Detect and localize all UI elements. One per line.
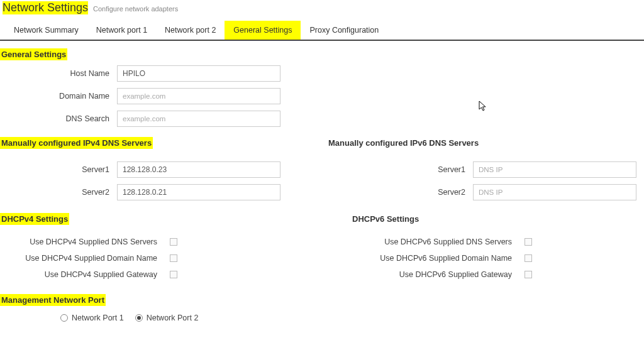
tab-network-port-2[interactable]: Network port 2 [156, 21, 225, 40]
ipv4-dns-server1-label: Server1 [0, 165, 117, 174]
dns-search-label: DNS Search [0, 114, 117, 123]
section-heading-dhcpv6: DHCPv6 Settings [351, 213, 420, 225]
ipv4-dns-server2-input[interactable] [117, 184, 280, 200]
ipv4-dns-server1-input[interactable] [117, 161, 280, 178]
dhcpv4-gateway-label: Use DHCPv4 Supplied Gateway [0, 270, 170, 279]
domain-name-label: Domain Name [0, 92, 117, 101]
tab-general-settings[interactable]: General Settings [225, 21, 301, 40]
mgmt-port-option-1[interactable]: Network Port 1 [60, 314, 124, 322]
section-heading-mgmt-port: Management Network Port [0, 294, 106, 306]
dhcpv6-domain-label: Use DHCPv6 Supplied Domain Name [322, 254, 525, 263]
page-subtitle: Configure network adapters [93, 5, 178, 13]
tab-bar: Network Summary Network port 1 Network p… [0, 21, 644, 41]
tab-network-summary[interactable]: Network Summary [5, 21, 87, 40]
dhcpv6-dns-checkbox[interactable] [525, 238, 532, 246]
tab-network-port-1[interactable]: Network port 1 [87, 21, 156, 40]
dhcpv4-domain-label: Use DHCPv4 Supplied Domain Name [0, 254, 170, 263]
ipv6-dns-server1-input[interactable] [473, 161, 636, 178]
mgmt-port-option-2[interactable]: Network Port 2 [135, 314, 199, 322]
domain-name-input[interactable] [117, 88, 280, 104]
dhcpv4-dns-checkbox[interactable] [170, 238, 177, 246]
dhcpv4-gateway-checkbox[interactable] [170, 271, 177, 278]
tab-proxy-configuration[interactable]: Proxy Configuration [301, 21, 387, 40]
ipv6-dns-server1-label: Server1 [322, 165, 473, 174]
section-heading-ipv4-dns: Manually configured IPv4 DNS Servers [0, 137, 153, 149]
radio-icon [60, 314, 68, 322]
host-name-label: Host Name [0, 69, 117, 78]
dhcpv6-gateway-label: Use DHCPv6 Supplied Gateway [322, 270, 525, 279]
dhcpv6-domain-checkbox[interactable] [525, 254, 532, 262]
ipv4-dns-server2-label: Server2 [0, 188, 117, 197]
dns-search-input[interactable] [117, 111, 280, 127]
host-name-input[interactable] [117, 65, 280, 82]
dhcpv6-dns-label: Use DHCPv6 Supplied DNS Servers [322, 237, 525, 246]
radio-checked-icon [135, 314, 143, 322]
section-heading-general: General Settings [0, 48, 67, 60]
dhcpv4-domain-checkbox[interactable] [170, 254, 177, 262]
page-title: Network Settings [3, 1, 88, 14]
section-heading-dhcpv4: DHCPv4 Settings [0, 213, 69, 225]
mgmt-port-option-1-label: Network Port 1 [72, 314, 124, 322]
mgmt-port-option-2-label: Network Port 2 [147, 314, 199, 322]
dhcpv4-dns-label: Use DHCPv4 Supplied DNS Servers [0, 237, 170, 246]
ipv6-dns-server2-input[interactable] [473, 184, 636, 200]
dhcpv6-gateway-checkbox[interactable] [525, 271, 532, 278]
ipv6-dns-server2-label: Server2 [322, 188, 473, 197]
section-heading-ipv6-dns: Manually configured IPv6 DNS Servers [327, 137, 480, 149]
